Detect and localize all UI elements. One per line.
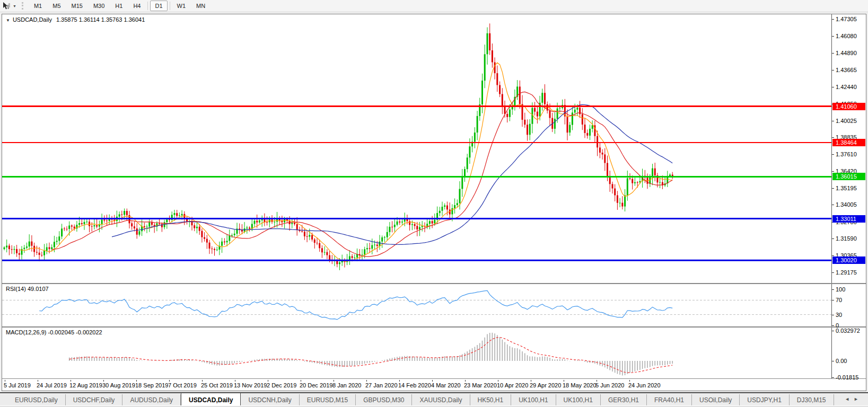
price-tick-label: 1.37610 (836, 151, 857, 157)
tab-scroll-controls: ◄► (845, 396, 863, 402)
timeframe-button-d1[interactable]: D1 (150, 1, 167, 11)
timeframe-buttons: M1M5M15M30H1H4D1W1MN (29, 0, 211, 12)
price-tick-mark (832, 272, 834, 273)
timeframe-button-mn[interactable]: MN (191, 1, 210, 11)
date-tick-label: 7 Oct 2019 (168, 382, 197, 388)
chart-tab-usdjpy-h1[interactable]: USDJPY,H1 (740, 394, 789, 406)
date-tick-mark (169, 380, 170, 382)
chart-ohlc-values: 1.35875 1.36114 1.35763 1.36041 (56, 16, 145, 23)
chart-tab-uk100-h1[interactable]: UK100,H1 (511, 394, 556, 406)
chart-window: ▼USDCAD,Daily1.35875 1.36114 1.35763 1.3… (2, 14, 866, 391)
price-tick-mark (832, 205, 834, 205)
toolbar-separator (170, 2, 170, 10)
tabs-scroll-right-icon[interactable]: ► (854, 396, 863, 402)
tool-dropdown-icon[interactable]: ▼ (13, 4, 16, 8)
timeframe-button-m30[interactable]: M30 (89, 1, 109, 11)
chart-tab-usdchf-daily[interactable]: USDCHF,Daily (66, 394, 123, 406)
chart-tab-uk100-h1[interactable]: UK100,H1 (556, 394, 601, 406)
macd-tick-mark (832, 377, 834, 378)
timeframe-button-h1[interactable]: H1 (110, 1, 127, 11)
date-tick-mark (5, 380, 5, 382)
price-panel: ▼USDCAD,Daily1.35875 1.36114 1.35763 1.3… (2, 14, 866, 284)
macd-panel: MACD(12,26,9) -0.002045 -0.002022 0.0329… (2, 328, 866, 379)
chart-tab-xauusd-daily[interactable]: XAUUSD,Daily (412, 394, 470, 406)
chart-tab-gbpusd-m30[interactable]: GBPUSD,M30 (356, 394, 412, 406)
price-tick-label: 1.44890 (836, 50, 857, 56)
date-tick-mark (564, 380, 564, 382)
date-tick-label: 20 Dec 2019 (300, 382, 332, 388)
rsi-tick-mark (832, 315, 834, 315)
chart-tab-eurusd-m15[interactable]: EURUSD,M15 (300, 394, 356, 406)
macd-tick-mark (832, 331, 834, 331)
rsi-tick-label: 70 (836, 297, 842, 303)
chart-tab-audusd-daily[interactable]: AUDUSD,Daily (122, 394, 181, 406)
timeframe-button-m15[interactable]: M15 (67, 1, 87, 11)
price-tick-mark (832, 53, 834, 54)
price-chart-canvas[interactable] (2, 14, 831, 283)
date-tick-label: 30 Aug 2019 (102, 382, 135, 388)
timeframe-button-h4[interactable]: H4 (128, 1, 145, 11)
chart-tab-usoil-daily[interactable]: USOil,Daily (692, 394, 740, 406)
date-tick-label: 18 Sep 2019 (135, 382, 168, 388)
toolbar-grip[interactable] (22, 2, 23, 10)
top-toolbar: ▼ M1M5M15M30H1H4D1W1MN (0, 0, 868, 12)
macd-tick-mark (832, 361, 834, 361)
price-tick-mark (832, 238, 834, 239)
timeframe-button-m5[interactable]: M5 (48, 1, 65, 11)
collapse-chart-icon[interactable]: ▼ (6, 18, 10, 23)
chart-tabs: EURUSD,DailyUSDCHF,DailyAUDUSD,DailyUSDC… (0, 393, 834, 406)
date-tick-mark (103, 380, 104, 382)
date-tick-label: 8 Jan 2020 (332, 382, 361, 388)
chart-tab-hk50-h1[interactable]: HK50,H1 (470, 394, 512, 406)
date-tick-mark (136, 380, 137, 382)
toolbar-separator (147, 2, 148, 10)
price-tick-mark (832, 154, 834, 155)
date-tick-label: 5 Jun 2020 (595, 382, 624, 388)
hline-price-badge[interactable]: 1.41060 (832, 103, 865, 110)
hline-price-badge[interactable]: 1.38464 (832, 139, 865, 146)
date-tick-mark (629, 380, 630, 382)
macd-tick-label: 0.032972 (836, 328, 860, 334)
hline-price-badge[interactable]: 1.36015 (832, 173, 865, 180)
date-tick-mark (334, 380, 334, 382)
chart-tab-fra40-h1[interactable]: FRA40,H1 (647, 394, 692, 406)
price-tick-mark (832, 70, 834, 70)
price-tick-label: 1.46080 (836, 33, 857, 39)
chart-tab-usdcnh-daily[interactable]: USDCNH,Daily (241, 394, 299, 406)
price-axis: 1.473051.460801.448901.436651.424401.412… (831, 14, 866, 283)
chart-tab-ger30-h1[interactable]: GER30,H1 (601, 394, 647, 406)
date-tick-label: 5 Jul 2019 (4, 382, 31, 388)
rsi-panel: RSI(14) 49.0107 10070300 (2, 284, 866, 328)
date-tick-mark (38, 380, 38, 382)
rsi-tick-mark (832, 289, 834, 290)
chart-tab-usdcad-daily[interactable]: USDCAD,Daily (181, 393, 241, 406)
chart-title: ▼USDCAD,Daily1.35875 1.36114 1.35763 1.3… (6, 16, 145, 23)
date-tick-label: 23 Mar 2020 (464, 382, 497, 388)
timeframe-button-w1[interactable]: W1 (172, 1, 191, 11)
rsi-label: RSI(14) 49.0107 (6, 286, 49, 292)
price-tick-mark (832, 171, 834, 172)
date-tick-mark (202, 380, 203, 382)
date-tick-label: 4 Mar 2020 (431, 382, 461, 388)
date-tick-label: 29 Apr 2020 (530, 382, 561, 388)
date-tick-label: 24 Jul 2019 (37, 382, 67, 388)
timeframe-button-m1[interactable]: M1 (29, 1, 47, 11)
hline-price-badge[interactable]: 1.33011 (832, 215, 865, 223)
rsi-chart-canvas[interactable] (2, 284, 831, 326)
chart-tab-eurusd-daily[interactable]: EURUSD,Daily (7, 394, 66, 406)
tabs-scroll-left-icon[interactable]: ◄ (845, 396, 854, 402)
chart-tab-dj30-m15[interactable]: DJ30,M15 (790, 394, 834, 406)
rsi-tick-mark (832, 325, 834, 326)
price-tick-label: 1.40025 (836, 118, 857, 124)
price-tick-mark (832, 188, 834, 189)
hline-price-badge[interactable]: 1.30020 (832, 256, 865, 264)
macd-chart-canvas[interactable] (2, 328, 831, 378)
chart-cursor-icon[interactable] (2, 2, 11, 10)
rsi-tick-label: 30 (836, 312, 842, 318)
date-tick-mark (597, 380, 597, 382)
date-tick-mark (301, 380, 301, 382)
date-tick-label: 27 Jan 2020 (365, 382, 398, 388)
price-tick-mark (832, 87, 834, 87)
date-axis: 5 Jul 201924 Jul 201912 Aug 201930 Aug 2… (2, 380, 866, 391)
price-tick-mark (832, 121, 834, 121)
